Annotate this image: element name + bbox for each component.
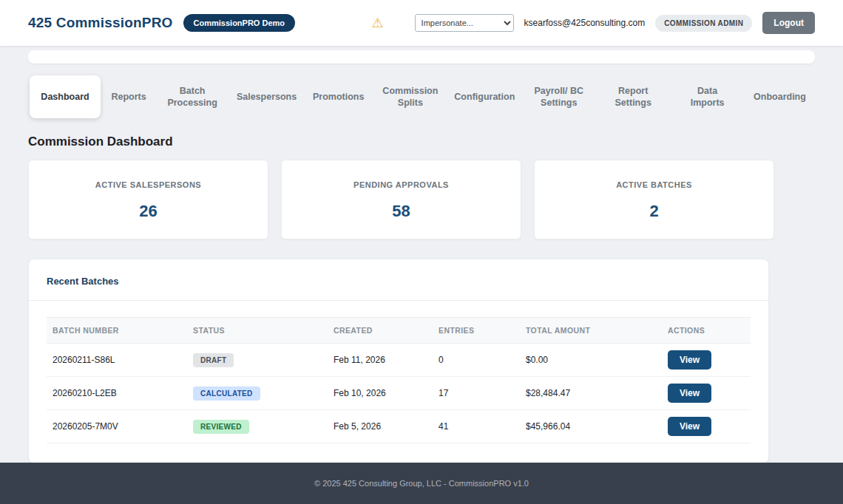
created-cell: Feb 5, 2026 [328, 421, 433, 432]
batch-number-cell: 20260211-S86L [47, 355, 187, 365]
role-badge: COMMISSION ADMIN [655, 15, 752, 32]
app-footer: © 2025 425 Consulting Group, LLC - Commi… [0, 463, 843, 504]
view-button[interactable]: View [668, 384, 711, 403]
stat-value: 26 [36, 202, 260, 221]
table-row: 20260211-S86L DRAFT Feb 11, 2026 0 $0.00… [47, 344, 751, 377]
total-amount-cell: $45,966.04 [520, 421, 662, 432]
tab-onboarding[interactable]: Onboarding [746, 75, 813, 118]
view-button[interactable]: View [668, 350, 711, 370]
created-cell: Feb 10, 2026 [328, 388, 433, 398]
status-cell: REVIEWED [187, 420, 328, 434]
table-row: 20260210-L2EB CALCULATED Feb 10, 2026 17… [47, 377, 751, 410]
tab-salespersons[interactable]: Salespersons [231, 75, 302, 118]
tab-payroll-bc-settings[interactable]: Payroll/ BC Settings [524, 75, 595, 118]
stat-value: 2 [542, 202, 766, 221]
stat-label: ACTIVE SALESPERSONS [36, 180, 260, 189]
table-row: 20260205-7M0V REVIEWED Feb 5, 2026 41 $4… [47, 410, 751, 443]
demo-badge: CommissionPRO Demo [183, 14, 295, 32]
user-email: ksearfoss@425consulting.com [524, 18, 646, 28]
actions-cell: View [662, 350, 752, 370]
stat-label: PENDING APPROVALS [289, 180, 513, 189]
entries-cell: 41 [433, 421, 520, 432]
column-header-total-amount: TOTAL AMOUNT [520, 326, 662, 335]
actions-cell: View [662, 384, 752, 403]
total-amount-cell: $0.00 [520, 355, 662, 365]
divider [29, 300, 768, 301]
status-cell: CALCULATED [187, 386, 328, 401]
status-badge: REVIEWED [193, 420, 249, 434]
created-cell: Feb 11, 2026 [328, 355, 433, 365]
tab-data-imports[interactable]: Data Imports [672, 75, 743, 118]
impersonate-select[interactable]: Impersonate... [415, 14, 514, 32]
column-header-batch-number: BATCH NUMBER [47, 326, 187, 335]
tab-report-settings[interactable]: Report Settings [597, 75, 668, 118]
table-header-row: BATCH NUMBER STATUS CREATED ENTRIES TOTA… [47, 317, 751, 344]
stat-card-active-salespersons: ACTIVE SALESPERSONS 26 [28, 160, 268, 239]
entries-cell: 17 [433, 388, 520, 398]
view-button[interactable]: View [668, 417, 711, 436]
footer-text: © 2025 425 Consulting Group, LLC - Commi… [314, 479, 529, 488]
status-badge: DRAFT [193, 353, 234, 367]
header-right: ⚠ Impersonate... ksearfoss@425consulting… [371, 12, 815, 34]
warning-icon: ⚠ [371, 16, 383, 30]
stat-card-pending-approvals: PENDING APPROVALS 58 [281, 160, 521, 239]
tab-dashboard[interactable]: Dashboard [30, 75, 101, 118]
logout-button[interactable]: Logout [762, 12, 815, 34]
recent-batches-title: Recent Batches [47, 276, 751, 287]
status-badge: CALCULATED [193, 386, 260, 401]
batch-number-cell: 20260205-7M0V [47, 421, 187, 432]
actions-cell: View [662, 417, 752, 436]
stat-label: ACTIVE BATCHES [542, 180, 766, 189]
app-header: 425 CommissionPRO CommissionPRO Demo ⚠ I… [0, 0, 843, 46]
column-header-entries: ENTRIES [433, 326, 520, 335]
total-amount-cell: $28,484.47 [520, 388, 662, 398]
column-header-actions: ACTIONS [662, 326, 752, 335]
stat-value: 58 [289, 202, 513, 221]
stat-card-active-batches: ACTIVE BATCHES 2 [534, 160, 774, 239]
brand-logo: 425 CommissionPRO [28, 15, 173, 31]
page-title: Commission Dashboard [28, 134, 843, 149]
card-edge-strip [28, 50, 815, 64]
tab-promotions[interactable]: Promotions [305, 75, 371, 118]
stat-cards: ACTIVE SALESPERSONS 26 PENDING APPROVALS… [28, 160, 774, 239]
nav-tabs: Dashboard Reports Batch Processing Sales… [28, 75, 815, 118]
entries-cell: 0 [433, 355, 520, 365]
tab-reports[interactable]: Reports [104, 75, 153, 118]
column-header-created: CREATED [328, 326, 433, 335]
tab-configuration[interactable]: Configuration [449, 75, 520, 118]
column-header-status: STATUS [187, 326, 328, 335]
batch-number-cell: 20260210-L2EB [47, 388, 187, 398]
tab-batch-processing[interactable]: Batch Processing [157, 75, 228, 118]
recent-batches-card: Recent Batches BATCH NUMBER STATUS CREAT… [28, 259, 769, 463]
tab-commission-splits[interactable]: Commission Splits [375, 75, 446, 118]
status-cell: DRAFT [187, 353, 328, 367]
